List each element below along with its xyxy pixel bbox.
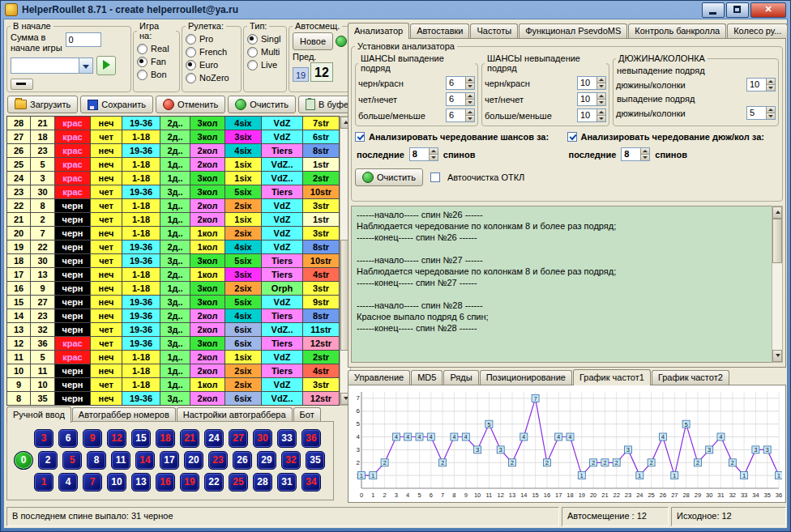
history-row[interactable]: 835черннеч19-363д..2кол6sixVdZ..12str: [7, 392, 340, 406]
spinner-up-icon[interactable]: [596, 93, 605, 99]
tab-бот[interactable]: Бот: [293, 407, 321, 422]
spinner-down-icon[interactable]: [465, 99, 474, 105]
number-button-23[interactable]: 23: [208, 451, 228, 470]
number-button-12[interactable]: 12: [107, 429, 126, 448]
dozen-miss-spinner[interactable]: 10: [746, 78, 776, 92]
maximize-button[interactable]: [726, 2, 749, 18]
even-odd-hit-spinner[interactable]: 6: [446, 92, 475, 106]
number-button-27[interactable]: 27: [229, 429, 248, 448]
number-button-24[interactable]: 24: [204, 429, 224, 448]
tab-настройки-автограббера[interactable]: Настройки автограббера: [177, 407, 293, 422]
number-button-7[interactable]: 7: [83, 473, 102, 492]
spinner-up-icon[interactable]: [429, 148, 438, 154]
radio-french[interactable]: French: [186, 45, 237, 58]
number-button-6[interactable]: 6: [58, 429, 78, 448]
tab-функционал-psevdoms[interactable]: Функционал PsevdoMS: [519, 23, 627, 38]
number-button-9[interactable]: 9: [83, 429, 102, 448]
history-row[interactable]: 1011черннеч1-181д..2кол2sixTiers4str: [7, 364, 340, 378]
number-button-29[interactable]: 29: [257, 451, 276, 470]
alternate-dozens-checkbox[interactable]: [567, 132, 577, 142]
number-button-14[interactable]: 14: [135, 451, 155, 470]
tab-колесо-ру...[interactable]: Колесо ру...: [727, 23, 788, 38]
number-button-36[interactable]: 36: [301, 429, 321, 448]
number-button-31[interactable]: 31: [277, 473, 297, 492]
number-button-26[interactable]: 26: [233, 451, 252, 470]
spinner-down-icon[interactable]: [596, 83, 605, 89]
history-row[interactable]: 228чернчет1-181д..2кол2sixVdZ3str: [7, 199, 340, 213]
tab-позиционирование[interactable]: Позиционирование: [480, 370, 572, 385]
minimize-button[interactable]: [702, 2, 725, 18]
scroll-down-icon[interactable]: [772, 350, 782, 362]
radio-pro[interactable]: Pro: [186, 32, 237, 45]
number-button-5[interactable]: 5: [62, 451, 82, 470]
spinner-down-icon[interactable]: [465, 115, 474, 121]
spinner-up-icon[interactable]: [465, 93, 474, 99]
history-row[interactable]: 2718красчет1-182д..3кол3sixVdZ6str: [7, 130, 340, 144]
high-low-miss-spinner[interactable]: 10: [577, 109, 606, 122]
number-button-17[interactable]: 17: [160, 451, 179, 470]
analyzer-clear-button[interactable]: Очистить: [355, 168, 423, 186]
radio-multi[interactable]: Multi: [247, 45, 283, 58]
radio-singl[interactable]: Singl: [247, 32, 283, 45]
number-button-28[interactable]: 28: [253, 473, 272, 492]
close-button[interactable]: [750, 2, 786, 18]
new-shift-button[interactable]: Новое: [293, 32, 333, 50]
number-button-4[interactable]: 4: [58, 473, 78, 492]
tab-график-частот2[interactable]: График частот2: [652, 370, 729, 385]
history-row[interactable]: 255краснеч1-181д..2кол1sixVdZ..1str: [7, 158, 340, 172]
profile-combobox[interactable]: [11, 57, 93, 74]
number-button-32[interactable]: 32: [281, 451, 301, 470]
tab-md5[interactable]: MD5: [411, 370, 443, 385]
number-button-33[interactable]: 33: [277, 429, 297, 448]
number-button-35[interactable]: 35: [306, 451, 325, 470]
number-button-34[interactable]: 34: [301, 473, 321, 492]
scrollbar-thumb[interactable]: [772, 219, 782, 263]
autoclean-checkbox[interactable]: [430, 172, 440, 182]
spinner-down-icon[interactable]: [429, 154, 438, 160]
radio-bon[interactable]: Bon: [137, 68, 176, 81]
number-button-13[interactable]: 13: [131, 473, 151, 492]
even-odd-miss-spinner[interactable]: 10: [577, 92, 606, 106]
black-red-hit-spinner[interactable]: 6: [446, 76, 475, 90]
history-row[interactable]: 207черннеч1-181д..1кол2sixVdZ3str: [7, 227, 340, 240]
history-row[interactable]: 1527черннеч19-363д..3кол5sixVdZ9str: [7, 296, 340, 309]
history-row[interactable]: 1922чернчет19-362д..1кол4sixVdZ8str: [7, 240, 340, 254]
radio-nozero[interactable]: NoZero: [186, 71, 237, 84]
number-button-1[interactable]: 1: [34, 473, 53, 492]
load-button[interactable]: Загрузить: [7, 96, 78, 113]
number-button-8[interactable]: 8: [87, 451, 106, 470]
number-button-11[interactable]: 11: [111, 451, 130, 470]
spinner-up-icon[interactable]: [465, 109, 474, 115]
number-button-30[interactable]: 30: [253, 429, 272, 448]
number-button-22[interactable]: 22: [204, 473, 224, 492]
tab-автоставки[interactable]: Автоставки: [410, 23, 469, 38]
number-button-21[interactable]: 21: [180, 429, 199, 448]
radio-real[interactable]: Real: [137, 42, 176, 55]
scrollbar-track[interactable]: [772, 219, 782, 350]
tab-ряды[interactable]: Ряды: [443, 370, 478, 385]
spinner-down-icon[interactable]: [766, 113, 775, 119]
alternate-chances-checkbox[interactable]: [355, 132, 365, 142]
tab-частоты[interactable]: Частоты: [470, 23, 518, 38]
number-button-15[interactable]: 15: [131, 429, 151, 448]
history-row[interactable]: 910чернчет1-181д..1кол2sixVdZ3str: [7, 378, 340, 392]
history-row[interactable]: 1236красчет19-363д..3кол6sixTiers12str: [7, 337, 340, 351]
history-row[interactable]: 2330красчет19-363д..3кол5sixTiers10str: [7, 185, 340, 199]
spinner-down-icon[interactable]: [596, 115, 605, 121]
history-row[interactable]: 2821краснеч19-362д..3кол4sixVdZ7str: [7, 117, 340, 130]
history-row[interactable]: 212чернчет1-181д..2кол1sixVdZ1str: [7, 213, 340, 227]
radio-euro[interactable]: Euro: [186, 58, 237, 71]
undo-button[interactable]: Отменить: [156, 96, 225, 113]
number-button-10[interactable]: 10: [107, 473, 126, 492]
spinner-down-icon[interactable]: [766, 84, 775, 91]
tab-автограббер-номеров[interactable]: Автограббер номеров: [72, 407, 176, 422]
history-row[interactable]: 1830чернчет19-363д..3кол5sixTiers10str: [7, 254, 340, 268]
radio-fan[interactable]: Fan: [137, 55, 176, 68]
spinner-up-icon[interactable]: [766, 107, 775, 113]
tab-график-частот1[interactable]: График частот1: [573, 369, 651, 385]
history-row[interactable]: 115краснеч1-181д..2кол1sixVdZ2str: [7, 351, 340, 364]
combo-dropdown-icon[interactable]: [79, 58, 92, 73]
analyzer-log[interactable]: ------начало----- спин №26 ------ Наблюд…: [351, 206, 772, 363]
start-button play-icon[interactable]: [96, 56, 116, 75]
history-row[interactable]: 1713черннеч1-182д..1кол3sixTiers4str: [7, 268, 340, 282]
